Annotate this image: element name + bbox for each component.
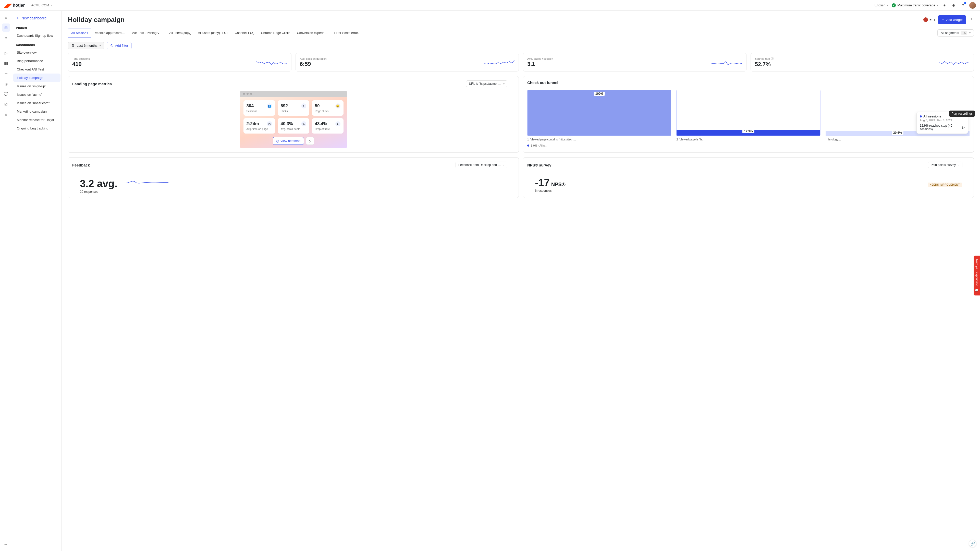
rail-dashboards-icon[interactable]: ▦ [2,24,10,32]
responses-link[interactable]: 20 responses [80,190,118,194]
puzzle-icon[interactable]: ✦ [942,3,947,8]
viewer-avatar [923,18,928,22]
widget-menu-icon[interactable]: ⋮ [509,82,514,86]
sidebar-item-pinned[interactable]: Dashboard: Sign up flow [13,32,60,40]
rail-heatmaps-icon[interactable]: ▮▮ [2,59,10,67]
play-button[interactable]: ▷ [306,137,314,145]
metric-card: 892Clicks⊹ [278,100,309,116]
widget-menu-icon[interactable]: ⋮ [964,163,969,167]
widget-title: Landing page metrics [72,82,112,86]
user-avatar[interactable] [969,2,976,9]
rail-collapse-icon[interactable]: →| [2,540,10,548]
sidebar-item[interactable]: Blog performance [13,57,60,65]
viewers[interactable]: 👁 1 [923,18,935,22]
sparkline [125,177,169,187]
rail-feedback-icon[interactable]: 💬 [2,90,10,98]
sidebar-item[interactable]: Checkout A/B Test [13,65,60,73]
rail-home-icon[interactable]: ⌂ [2,13,10,21]
sidebar-item[interactable]: Issues on "acme" [13,91,60,99]
widget-menu-icon[interactable]: ⋮ [964,81,969,85]
calendar-icon: 🗓 [71,44,75,48]
rail-surveys-icon[interactable]: ☑ [2,100,10,108]
browser-mock: 304Sessions👥 892Clicks⊹ 50Rage clicks😠 2… [240,91,347,148]
chevron-down-icon: ▾ [887,4,888,6]
add-filter-button[interactable]: ⚗ Add filter [107,42,131,49]
nps-filter[interactable]: Pain points survey▾ [928,162,963,168]
pinned-header: Pinned [12,23,62,32]
filter-bar: 🗓 Last 6 months ▾ ⚗ Add filter [68,38,974,53]
segment-tab[interactable]: Chrome Rage Clicks [258,29,293,38]
widget-row-2: Feedback Feedback from Desktop and …▾ ⋮ … [68,157,974,198]
invite-user-icon[interactable]: ⊕ [951,3,956,8]
sidebar-item[interactable]: Issues on "hotjar.com" [13,99,60,107]
rail-users-icon[interactable]: ☺ [2,110,10,118]
segment-tab[interactable]: Channel 1 (X) [232,29,258,38]
funnel-popover: Play recordings All sessions Aug 8, 2023… [916,112,968,134]
rail-recordings-icon[interactable]: ▷ [2,49,10,57]
funnel-step[interactable]: 12.9% 2Viewed page is "h… [676,90,820,141]
sidebar-item[interactable]: Monitor release for Hotjar [13,116,60,124]
dashboards-header: Dashboards [12,40,62,48]
browser-bar [240,91,347,97]
widget-menu-icon[interactable]: ⋮ [509,163,514,167]
landing-filter[interactable]: URL is "https://acme-…▾ [466,80,508,87]
divider [28,3,28,8]
check-icon: ✓ [892,3,896,7]
responses-link[interactable]: 6 responses [535,189,566,193]
new-dashboard-button[interactable]: ＋ New dashboard [12,13,62,23]
feedback-filter[interactable]: Feedback from Desktop and …▾ [455,162,508,168]
date-filter[interactable]: 🗓 Last 6 months ▾ [68,42,104,49]
layout: ⌂ ▦ ◇ ▷ ▮▮ ⤳ ◎ 💬 ☑ ☺ →| ＋ New dashboard … [0,11,980,551]
segment-tab[interactable]: All users (copy)TEST [195,29,231,38]
segment-tab[interactable]: Error Script error. [331,29,362,38]
chevron-down-icon: ▾ [969,32,970,34]
widget-title: NPS® survey [527,163,551,167]
help-icon[interactable]: ? [960,3,966,8]
stat-card[interactable]: Avg. pages / session3.1 [523,53,746,72]
scroll-icon: ⇅ [301,121,306,126]
link-fab[interactable]: 🔗 [969,540,977,548]
segment-tab[interactable]: All sessions [68,29,91,38]
segment-tabs: All sessions /mobile-app recordi… A/B Te… [68,29,362,38]
play-recordings-tooltip: Play recordings [949,111,975,117]
sidebar-item[interactable]: Ongoing bug tracking [13,124,60,132]
plus-icon: ＋ [16,16,19,21]
rail-funnels-icon[interactable]: ⤳ [2,70,10,78]
funnel-legend: 3.9% · All s… [527,144,969,147]
metric-card: 50Rage clicks😠 [312,100,344,116]
all-segments-button[interactable]: All segments 55 ▾ [937,29,974,37]
notification-dot [964,2,966,4]
sidebar-item[interactable]: Site overview [13,48,60,57]
sparkline [256,59,287,66]
segment-tab[interactable]: /mobile-app recordi… [92,29,129,38]
segment-tab[interactable]: A/B Test - Pricing V… [129,29,166,38]
language-selector[interactable]: English ▾ [875,3,888,7]
page-title: Holiday campaign [68,16,125,24]
sidebar-item-active[interactable]: Holiday campaign [13,73,60,82]
site-selector[interactable]: ACME.COM ▾ [31,3,52,7]
sidebar-item[interactable]: Issues on "/sign-up" [13,82,60,91]
add-widget-button[interactable]: ＋ Add widget [938,15,966,24]
segment-tab[interactable]: Conversion experie… [294,29,331,38]
metric-card: 40.3%Avg. scroll depth⇅ [278,118,309,134]
view-heatmap-button[interactable]: ◎View heatmap [273,137,304,145]
segment-tab[interactable]: All users (copy) [166,29,194,38]
chevron-down-icon: ▾ [503,83,504,85]
brand-logo[interactable]: ◢◤ hotjar [4,2,25,8]
landing-widget: Landing page metrics URL is "https://acm… [68,76,519,153]
rail-highlights-icon[interactable]: ◇ [2,34,10,42]
page-menu-icon[interactable]: ⋮ [969,18,974,22]
traffic-coverage[interactable]: ✓ Maximum traffic coverage ▾ [892,3,938,7]
nav-rail: ⌂ ▦ ◇ ▷ ▮▮ ⤳ ◎ 💬 ☑ ☺ →| [0,11,12,551]
play-icon: ▷ [309,139,311,143]
play-icon[interactable]: ▷ [963,126,965,129]
stat-card[interactable]: Bounce rateⓘ52.7% [751,53,974,72]
stat-card[interactable]: Total sessions410 [68,53,291,72]
sidebar-item[interactable]: Marketing campaign [13,107,60,116]
rail-trends-icon[interactable]: ◎ [2,80,10,88]
funnel-step[interactable]: 100% 1Viewed page contains "https://tech… [527,90,671,141]
sparkline [484,59,514,66]
info-icon[interactable]: ⓘ [771,57,774,61]
stat-card[interactable]: Avg. session duration6:59 [296,53,519,72]
rate-experience-tab[interactable]: Rate your experience 💬 [974,256,980,295]
